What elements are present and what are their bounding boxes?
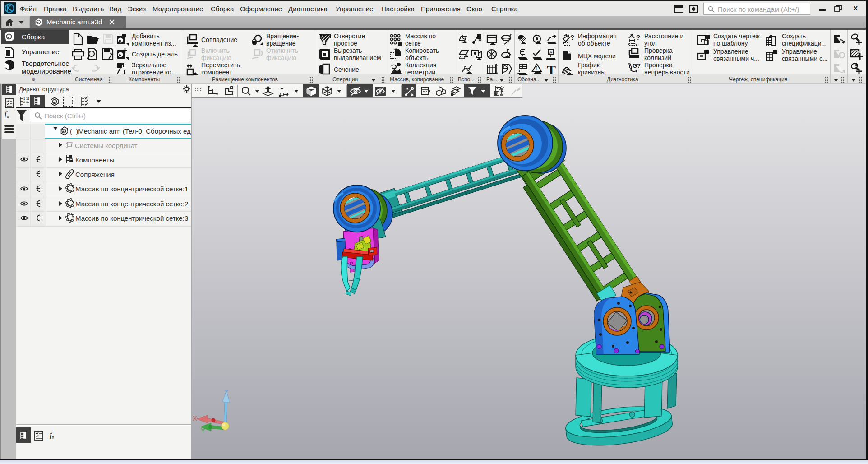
svg-text:A: A (549, 50, 552, 55)
svg-text:i: i (840, 53, 841, 58)
svg-text:1: 1 (536, 66, 538, 71)
svg-text:G?: G? (633, 62, 641, 69)
svg-text:2 12: 2 12 (23, 100, 29, 103)
svg-text:1 11: 1 11 (23, 97, 29, 100)
svg-text:X: X (193, 414, 197, 422)
svg-text:?: ? (636, 33, 640, 41)
svg-text:?: ? (570, 33, 574, 41)
